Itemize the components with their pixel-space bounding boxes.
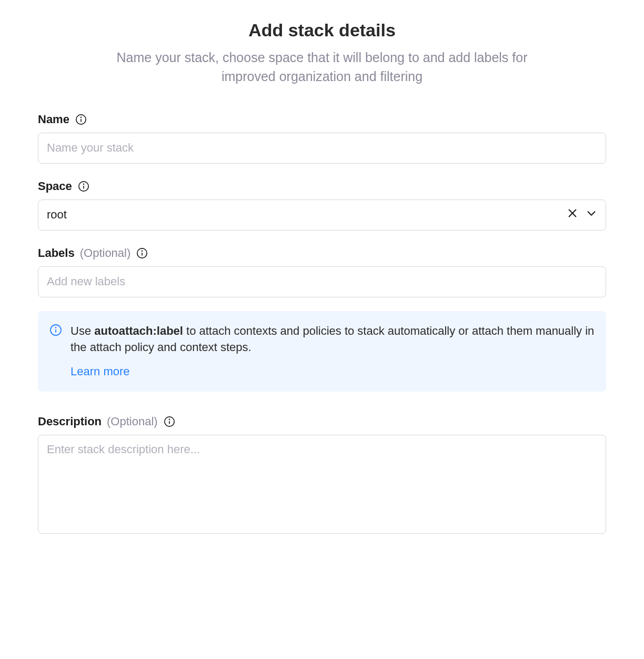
space-value: root — [47, 208, 67, 222]
svg-point-16 — [169, 420, 169, 420]
page-title: Add stack details — [38, 20, 606, 41]
svg-point-2 — [80, 117, 81, 117]
labels-field-group: Labels (Optional) — [38, 246, 606, 297]
svg-point-13 — [56, 327, 56, 328]
labels-input[interactable] — [38, 266, 606, 297]
learn-more-link[interactable]: Learn more — [71, 365, 130, 378]
description-field-group: Description (Optional) — [38, 415, 606, 536]
info-icon — [49, 324, 62, 381]
space-select[interactable]: root — [38, 199, 606, 231]
page-subtitle: Name your stack, choose space that it wi… — [96, 48, 548, 86]
name-label: Name — [38, 113, 69, 126]
space-field-group: Space root — [38, 179, 606, 231]
info-icon[interactable] — [136, 247, 148, 259]
info-icon[interactable] — [163, 415, 176, 428]
callout-text: Use autoattach:label to attach contexts … — [71, 323, 595, 356]
name-field-group: Name — [38, 113, 606, 164]
svg-point-5 — [83, 184, 84, 184]
labels-optional: (Optional) — [80, 246, 131, 260]
clear-icon[interactable] — [567, 207, 578, 222]
info-icon[interactable] — [75, 113, 87, 126]
description-optional: (Optional) — [107, 415, 158, 428]
space-label: Space — [38, 179, 72, 193]
labels-label: Labels — [38, 246, 75, 260]
description-label: Description — [38, 415, 102, 428]
page-header: Add stack details Name your stack, choos… — [38, 20, 606, 86]
name-input[interactable] — [38, 133, 606, 164]
svg-point-10 — [142, 251, 143, 251]
chevron-down-icon[interactable] — [586, 207, 597, 222]
description-textarea[interactable] — [38, 435, 606, 534]
info-icon[interactable] — [77, 180, 90, 193]
info-callout: Use autoattach:label to attach contexts … — [38, 311, 606, 392]
